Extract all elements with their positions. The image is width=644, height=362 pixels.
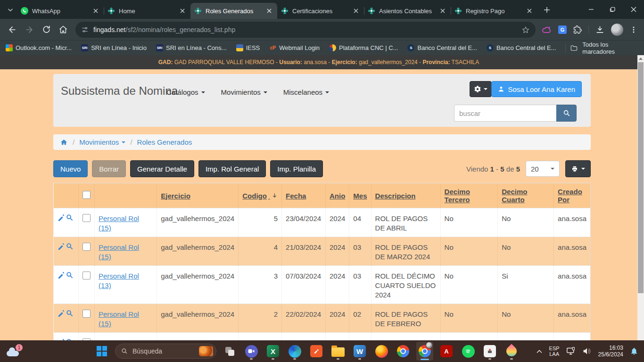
java-app[interactable] <box>481 342 498 361</box>
all-bookmarks-button[interactable]: Todos los marcadores <box>565 41 638 55</box>
header-fecha[interactable]: Fecha <box>282 183 326 208</box>
header-mes[interactable]: Mes <box>349 183 371 208</box>
print-button[interactable] <box>565 160 591 177</box>
forward-icon[interactable] <box>22 22 37 37</box>
select-all-checkbox[interactable] <box>83 191 91 199</box>
page-scrollbar[interactable] <box>637 55 644 340</box>
chrome-app[interactable] <box>395 342 412 361</box>
bookmark-sri-inicio[interactable]: SRISRI en Línea - Inicio <box>81 44 147 51</box>
chrome-active-app[interactable] <box>416 342 433 361</box>
bookmark-star-icon[interactable] <box>521 25 530 34</box>
edge-app[interactable] <box>286 342 303 361</box>
view-icon[interactable] <box>66 310 73 317</box>
reload-icon[interactable] <box>39 22 54 37</box>
header-anio[interactable]: Anio <box>325 183 349 208</box>
header-descripcion[interactable]: Descripcion <box>371 183 440 208</box>
personal-rol-link[interactable]: Personal Rol (15) <box>99 243 139 261</box>
color-drop-app[interactable] <box>503 342 520 361</box>
row-checkbox[interactable] <box>83 243 91 251</box>
tab-home[interactable]: Home <box>104 3 190 19</box>
language-indicator[interactable]: ESP LAA <box>549 346 560 357</box>
downloads-icon[interactable] <box>595 25 604 34</box>
row-checkbox[interactable] <box>83 310 91 318</box>
video-call-app[interactable] <box>243 342 260 361</box>
header-decimo-cuarto[interactable]: Decimo Cuarto <box>498 183 554 208</box>
breadcrumb-roles-generados[interactable]: Roles Generados <box>137 138 192 146</box>
translate-icon[interactable]: G <box>558 25 567 34</box>
address-bar[interactable]: fingads.net/sf2/nomina/roles_generados_l… <box>75 22 536 38</box>
tab-certificaciones[interactable]: Certificaciones <box>277 3 364 19</box>
bookmark-sri-consultas[interactable]: SRISRI en Línea - Cons... <box>156 44 227 51</box>
back-icon[interactable] <box>5 22 20 37</box>
word-app[interactable]: W <box>351 342 368 361</box>
tab-close-icon[interactable] <box>178 7 187 15</box>
view-icon[interactable] <box>66 214 73 221</box>
generar-detalle-button[interactable]: Generar Detalle <box>130 160 194 177</box>
start-button[interactable] <box>93 342 110 361</box>
bookmark-iess[interactable]: IESS <box>236 44 260 51</box>
personal-rol-link[interactable]: Personal Rol (13) <box>99 272 139 289</box>
home-icon[interactable] <box>60 139 68 146</box>
scroll-up-arrow[interactable] <box>637 55 644 62</box>
tab-whatsapp[interactable]: WhatsApp <box>17 3 104 19</box>
tab-close-icon[interactable] <box>265 7 273 15</box>
extensions-puzzle-icon[interactable] <box>573 25 582 34</box>
firefox-app[interactable] <box>373 342 390 361</box>
notification-bell-icon[interactable] <box>630 347 638 355</box>
view-icon[interactable] <box>66 272 73 279</box>
edit-icon[interactable] <box>58 243 65 250</box>
url-text[interactable]: fingads.net/sf2/nomina/roles_generados_l… <box>93 26 521 33</box>
tab-asientos-contables[interactable]: Asientos Contables <box>364 3 451 19</box>
taskbar-search[interactable] <box>115 344 216 359</box>
bookmark-banco-central-2[interactable]: SBanco Central del E... <box>487 44 556 51</box>
menu-miscelaneos[interactable]: Miscelaneos <box>283 88 329 96</box>
imp-planilla-button[interactable]: Imp. Planilla <box>270 160 323 177</box>
spotify-app[interactable] <box>460 342 477 361</box>
bookmark-outlook[interactable]: Outlook.com - Micr... <box>6 44 72 51</box>
tab-roles-generados[interactable]: Roles Generados <box>190 3 277 19</box>
tab-close-icon[interactable] <box>352 7 360 15</box>
acrobat-app[interactable]: A <box>438 342 455 361</box>
personal-rol-link[interactable]: Personal Rol (15) <box>99 310 139 328</box>
tray-chevron-up-icon[interactable] <box>536 349 543 354</box>
profile-avatar[interactable] <box>611 24 623 36</box>
header-ejercicio[interactable]: Ejercicio <box>157 183 239 208</box>
breadcrumb-movimientos[interactable]: Movimientos <box>79 138 125 146</box>
user-profile-button[interactable]: Sosa Loor Ana Karen <box>491 81 582 97</box>
site-info-icon[interactable] <box>81 26 89 33</box>
excel-app[interactable]: X <box>264 342 281 361</box>
weather-extension-icon[interactable] <box>542 26 552 33</box>
bookmark-cnc[interactable]: Plataforma CNC | C... <box>329 44 398 51</box>
new-tab-button[interactable] <box>540 3 553 16</box>
edit-icon[interactable] <box>58 214 65 221</box>
close-window-button[interactable] <box>623 0 644 19</box>
header-decimo-tercero[interactable]: Decimo Tercero <box>440 183 498 208</box>
personal-rol-link[interactable]: Personal Rol (15) <box>99 214 139 232</box>
borrar-button[interactable]: Borrar <box>92 160 126 177</box>
tab-close-icon[interactable] <box>438 7 447 15</box>
search-highlight-image[interactable] <box>199 346 213 356</box>
tab-close-icon[interactable] <box>525 7 534 15</box>
search-button[interactable] <box>556 105 577 122</box>
clock[interactable]: 16:03 25/6/2024 <box>598 345 623 358</box>
menu-catalogos[interactable]: Catálogos <box>166 88 205 96</box>
task-view-button[interactable] <box>221 342 238 361</box>
page-size-select[interactable]: 20 <box>526 161 560 177</box>
edit-icon[interactable] <box>58 272 65 279</box>
settings-gear-button[interactable] <box>470 81 492 97</box>
nitro-pdf-app[interactable] <box>308 342 325 361</box>
network-icon[interactable] <box>566 347 576 355</box>
search-input[interactable] <box>454 105 556 122</box>
edit-icon[interactable] <box>58 310 65 317</box>
maximize-button[interactable] <box>602 0 623 19</box>
tab-registro-pago[interactable]: Registro Pago <box>451 3 537 19</box>
row-checkbox[interactable] <box>83 272 91 280</box>
nuevo-button[interactable]: Nuevo <box>53 160 88 177</box>
weather-widget[interactable]: 1 <box>7 344 23 358</box>
row-checkbox[interactable] <box>83 214 91 222</box>
menu-movimientos[interactable]: Movimientos <box>221 88 267 96</box>
tab-close-icon[interactable] <box>91 7 100 15</box>
browser-menu-icon[interactable] <box>630 26 637 33</box>
imp-rol-general-button[interactable]: Imp. Rol General <box>198 160 266 177</box>
header-codigo-sorted[interactable]: Codigo <box>239 183 282 208</box>
